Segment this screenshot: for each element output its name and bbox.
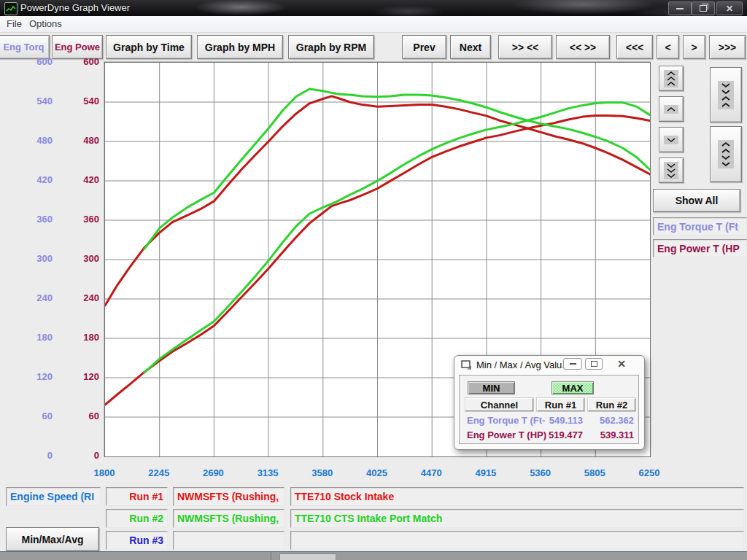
- channel-column-header[interactable]: Channel: [465, 398, 533, 411]
- scale-down-button[interactable]: [659, 127, 684, 152]
- minimize-icon: [570, 363, 576, 365]
- minimize-button[interactable]: [668, 1, 692, 15]
- graph-by-mph-button[interactable]: Graph by MPH: [197, 35, 283, 59]
- power-tick: 600: [0, 56, 99, 67]
- run1-label: Run #1: [106, 487, 168, 506]
- title-bar[interactable]: PowerDyne Graph Viewer ✕: [0, 0, 747, 17]
- dialog-maximize-button[interactable]: [585, 358, 603, 370]
- torque-run2-max: 562.362: [589, 415, 634, 426]
- rpm-tick: 5360: [520, 467, 561, 478]
- powerdyne-window: PowerDyne Graph Viewer ✕ File Options En…: [0, 0, 747, 560]
- minimize-icon: [676, 8, 684, 9]
- power-tick: 120: [0, 371, 99, 382]
- rpm-tick: 4025: [357, 467, 398, 478]
- chevron-down-icon: [664, 136, 678, 144]
- taskbar-item: [279, 553, 336, 560]
- scale-bottom-button[interactable]: [659, 158, 684, 183]
- chevrons-bottom-icon: [664, 162, 678, 179]
- power-row-label: Eng Power T (HP): [467, 429, 546, 440]
- run3-label: Run #3: [106, 531, 168, 550]
- run1-file-field[interactable]: NWMSFTS (Rushing,: [173, 487, 285, 506]
- x-channel-field[interactable]: Engine Speed (RI: [6, 487, 101, 506]
- rpm-tick: 2245: [139, 467, 179, 478]
- min-toggle-button[interactable]: MIN: [468, 381, 515, 394]
- run2-label: Run #2: [106, 509, 168, 528]
- chevron-up-icon: [664, 105, 678, 114]
- go-first-button[interactable]: <<<: [616, 35, 653, 59]
- dialog-minimize-button[interactable]: [563, 358, 582, 370]
- dialog-close-button[interactable]: ✕: [611, 357, 632, 370]
- rpm-tick: 3135: [247, 467, 288, 478]
- power-channel-field[interactable]: Eng Power T (HP: [653, 239, 747, 257]
- rpm-tick: 1800: [84, 467, 125, 478]
- next-button[interactable]: Next: [450, 35, 491, 59]
- step-forward-button[interactable]: >: [683, 35, 705, 59]
- dialog-body: MIN MAX Channel Run #1 Run #2 Eng Torque…: [459, 375, 639, 444]
- run2-comment-field[interactable]: TTE710 CTS Intake Port Match: [290, 509, 744, 528]
- power-run2-max: 539.311: [589, 429, 634, 440]
- power-tick: 420: [0, 174, 99, 185]
- collapse-vertical-icon: [718, 81, 734, 109]
- expand-vertical-icon: [718, 140, 734, 168]
- torque-channel-field[interactable]: Eng Torque T (Ft: [653, 217, 747, 236]
- go-last-button[interactable]: >>>: [709, 35, 746, 59]
- menu-bar: File Options: [0, 16, 747, 33]
- power-tick: 480: [0, 135, 99, 146]
- run1-comment-field[interactable]: TTE710 Stock Intake: [290, 487, 744, 506]
- prev-button[interactable]: Prev: [402, 35, 446, 59]
- rpm-tick: 4915: [465, 467, 506, 478]
- zoom-in-x-button[interactable]: >> <<: [498, 35, 552, 59]
- rpm-tick: 3580: [302, 467, 343, 478]
- rpm-tick: 2690: [193, 467, 233, 478]
- dialog-window-icon[interactable]: [461, 360, 472, 370]
- show-all-button[interactable]: Show All: [653, 189, 740, 212]
- rpm-tick: 5805: [574, 467, 615, 478]
- step-back-button[interactable]: <: [657, 35, 679, 59]
- power-tick: 240: [0, 292, 99, 303]
- dialog-title-bar[interactable]: Min / Max / Avg Valu... ✕: [454, 356, 644, 374]
- power-tick: 0: [0, 450, 99, 461]
- rpm-tick: 6250: [629, 467, 670, 478]
- torque-row-label: Eng Torque T (Ft-: [467, 415, 545, 426]
- power-tick: 180: [0, 332, 99, 343]
- graph-by-time-button[interactable]: Graph by Time: [106, 35, 192, 59]
- scale-up-button[interactable]: [659, 96, 684, 122]
- power-tick: 300: [0, 253, 99, 264]
- torque-run1-max: 549.113: [538, 415, 583, 426]
- maximize-icon: [591, 361, 597, 367]
- run3-file-field[interactable]: [173, 531, 285, 550]
- dialog-title: Min / Max / Avg Valu...: [476, 359, 570, 370]
- taskbar-divider: [271, 552, 271, 560]
- power-tick: 360: [0, 214, 99, 225]
- zoom-out-x-button[interactable]: << >>: [556, 35, 610, 59]
- maximize-button[interactable]: [692, 1, 715, 15]
- graph-by-rpm-button[interactable]: Graph by RPM: [288, 35, 374, 59]
- min-max-avg-dialog: Min / Max / Avg Valu... ✕ MIN MAX Channe…: [454, 355, 645, 450]
- close-icon: ✕: [726, 4, 733, 13]
- max-toggle-button[interactable]: MAX: [551, 381, 594, 394]
- close-icon: ✕: [617, 358, 626, 370]
- expand-y-scale-button[interactable]: [710, 126, 742, 182]
- collapse-y-scale-button[interactable]: [710, 67, 742, 122]
- run2-column-header[interactable]: Run #2: [588, 398, 635, 411]
- scale-top-button[interactable]: [659, 66, 684, 91]
- chevrons-top-icon: [664, 70, 678, 88]
- run2-file-field[interactable]: NWMSFTS (Rushing,: [173, 509, 285, 528]
- power-run1-max: 519.477: [538, 429, 583, 440]
- rpm-tick: 4470: [411, 467, 452, 478]
- run1-column-header[interactable]: Run #1: [537, 398, 584, 411]
- taskbar-strip: [0, 551, 747, 560]
- min-max-avg-button[interactable]: Min/Max/Avg: [6, 527, 99, 551]
- power-tick: 540: [0, 96, 99, 106]
- run3-comment-field[interactable]: [290, 531, 744, 550]
- power-tick: 60: [0, 411, 99, 421]
- restore-icon: [700, 5, 707, 12]
- close-button[interactable]: ✕: [716, 1, 743, 15]
